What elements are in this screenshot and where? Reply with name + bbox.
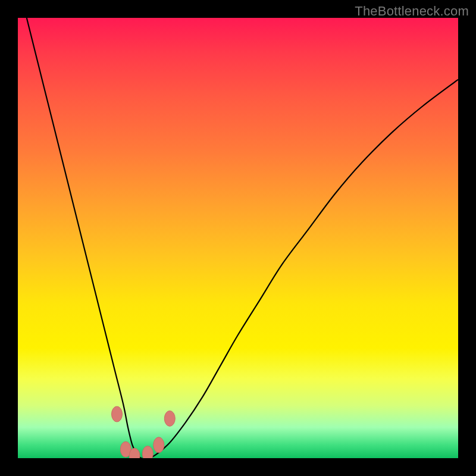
tolerance-bead — [164, 411, 175, 426]
tolerance-beads-group — [112, 406, 176, 458]
bottleneck-curve-svg — [18, 18, 458, 458]
tolerance-bead — [142, 446, 153, 458]
tolerance-bead — [154, 437, 164, 453]
tolerance-bead — [112, 406, 123, 422]
chart-plot-area — [18, 18, 458, 458]
bottleneck-curve-line — [27, 18, 458, 458]
watermark-text: TheBottleneck.com — [355, 4, 469, 19]
